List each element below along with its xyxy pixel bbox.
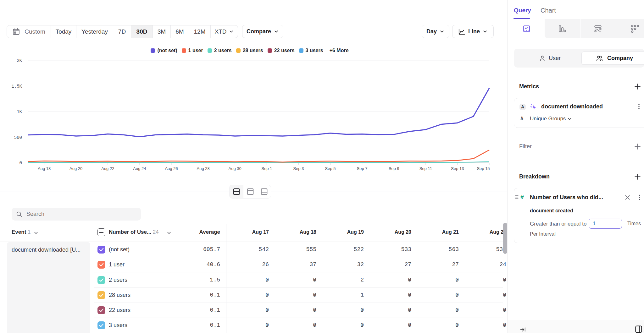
svg-text:Aug 18: Aug 18: [38, 166, 51, 171]
svg-text:Sep 7: Sep 7: [357, 166, 368, 171]
svg-text:Aug 20: Aug 20: [69, 166, 82, 171]
svg-text:Aug 28: Aug 28: [197, 166, 209, 171]
svg-text:Sep 5: Sep 5: [325, 166, 336, 171]
svg-text:Aug 30: Aug 30: [229, 166, 242, 171]
svg-text:0: 0: [19, 161, 22, 166]
svg-text:500: 500: [14, 135, 22, 140]
svg-text:Aug 26: Aug 26: [165, 166, 178, 171]
svg-text:2K: 2K: [17, 58, 22, 63]
svg-text:Sep 13: Sep 13: [451, 166, 464, 171]
svg-text:Sep 1: Sep 1: [261, 166, 272, 171]
svg-text:1.5K: 1.5K: [11, 84, 22, 89]
svg-text:Aug 22: Aug 22: [101, 166, 114, 171]
svg-text:Sep 9: Sep 9: [389, 166, 399, 171]
svg-text:Sep 11: Sep 11: [419, 166, 432, 171]
svg-text:Aug 24: Aug 24: [133, 166, 146, 171]
svg-text:1K: 1K: [17, 109, 22, 114]
svg-text:Sep 15: Sep 15: [477, 166, 490, 171]
svg-text:Sep 3: Sep 3: [293, 166, 304, 171]
